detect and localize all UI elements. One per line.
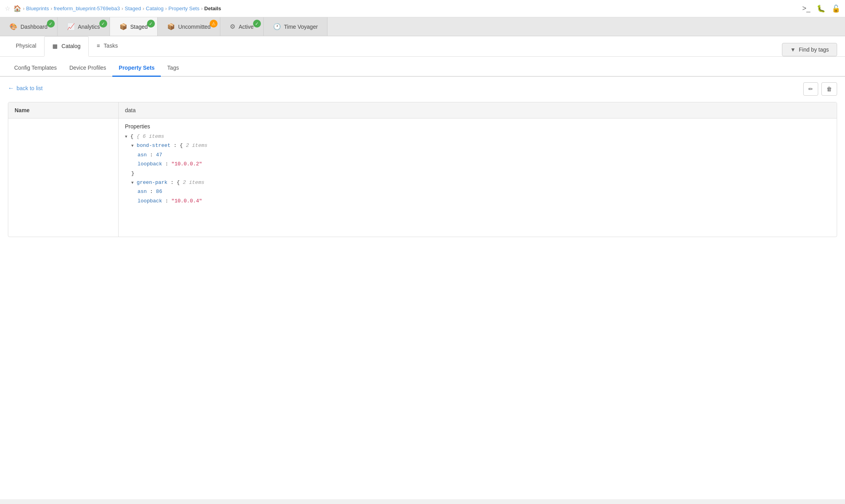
- tab-dashboard-label: Dashboard: [20, 24, 48, 30]
- col-header-data: data: [119, 102, 837, 118]
- bond-asn-key: asn: [138, 152, 147, 158]
- staged-badge: ✓: [147, 20, 155, 28]
- green-park-meta: 2 items: [183, 180, 205, 185]
- action-buttons: ✏ 🗑: [803, 82, 837, 96]
- breadcrumb: › Blueprints › freeform_blueprint-5769eb…: [23, 6, 221, 11]
- tab-uncommitted[interactable]: 📦 Uncommitted ⚠: [158, 17, 220, 36]
- tab-uncommitted-label: Uncommitted: [178, 24, 210, 30]
- bond-loopback-val: "10.0.0.2": [171, 161, 202, 167]
- breadcrumb-details: Details: [204, 6, 221, 11]
- breadcrumb-staged[interactable]: Staged: [125, 6, 141, 11]
- time-voyager-icon: 🕐: [273, 23, 281, 30]
- main-content: Physical ▦ Catalog ≡ Tasks ▼ Find by tag…: [0, 36, 845, 499]
- tab-time-voyager-label: Time Voyager: [284, 24, 318, 30]
- tab-tags[interactable]: Tags: [161, 60, 185, 77]
- bond-street-key: bond-street: [137, 143, 171, 148]
- json-bond-asn-line: asn : 47: [125, 150, 830, 159]
- tab-property-sets[interactable]: Property Sets: [112, 60, 161, 77]
- tab-active-label: Active: [238, 24, 253, 30]
- tab-staged[interactable]: 📦 Staged ✓: [110, 17, 158, 36]
- active-icon: ⚙: [230, 23, 235, 30]
- table-body: Properties ▼ { { 6 items ▼ bond-street :…: [8, 119, 837, 237]
- json-green-park-line: ▼ green-park : { 2 items: [125, 178, 830, 187]
- json-root-line: ▼ { { 6 items: [125, 132, 830, 141]
- star-icon[interactable]: ☆: [5, 5, 10, 12]
- json-bond-loopback-line: loopback : "10.0.0.2": [125, 159, 830, 169]
- tab-device-profiles[interactable]: Device Profiles: [63, 60, 112, 77]
- lock-icon[interactable]: 🔓: [832, 4, 840, 13]
- staged-icon: 📦: [119, 23, 127, 30]
- sub-nav-catalog[interactable]: ▦ Catalog: [44, 36, 89, 57]
- breadcrumb-catalog[interactable]: Catalog: [146, 6, 164, 11]
- dashboard-badge: ✓: [47, 20, 55, 28]
- green-asn-key: asn: [138, 189, 147, 195]
- tab-dashboard[interactable]: 🎨 Dashboard ✓: [0, 17, 58, 36]
- back-arrow-icon: ←: [8, 85, 14, 92]
- breadcrumb-blueprints[interactable]: Blueprints: [26, 6, 49, 11]
- green-park-triangle[interactable]: ▼: [131, 180, 134, 187]
- active-badge: ✓: [253, 20, 261, 28]
- edit-icon: ✏: [808, 86, 813, 92]
- breadcrumb-property-sets[interactable]: Property Sets: [168, 6, 199, 11]
- tab-time-voyager[interactable]: 🕐 Time Voyager: [264, 17, 328, 36]
- tab-active[interactable]: ⚙ Active ✓: [220, 17, 263, 36]
- find-by-tags-button[interactable]: ▼ Find by tags: [782, 43, 837, 56]
- root-triangle[interactable]: ▼: [125, 133, 127, 141]
- green-park-key: green-park: [137, 180, 168, 185]
- json-bond-close: }: [125, 169, 830, 178]
- delete-icon: 🗑: [826, 86, 832, 92]
- terminal-icon[interactable]: >_: [802, 4, 810, 13]
- catalog-icon: ▦: [52, 43, 58, 49]
- uncommitted-icon: 📦: [167, 23, 175, 30]
- edit-button[interactable]: ✏: [803, 82, 818, 96]
- sub-nav-tasks[interactable]: ≡ Tasks: [89, 36, 126, 56]
- breadcrumb-blueprint-id[interactable]: freeform_blueprint-5769eba3: [54, 6, 120, 11]
- bond-asn-val: 47: [156, 152, 162, 158]
- catalog-tabs: Config Templates Device Profiles Propert…: [0, 60, 845, 77]
- home-icon[interactable]: 🏠: [13, 5, 21, 12]
- green-asn-val: 86: [156, 189, 162, 195]
- root-meta: { 6 items: [136, 133, 164, 139]
- bond-street-meta: 2 items: [186, 143, 208, 148]
- col-header-name: Name: [8, 102, 119, 118]
- json-properties-section: Properties ▼ { { 6 items ▼ bond-street :…: [125, 123, 830, 206]
- analytics-icon: 📈: [67, 23, 75, 30]
- content-area: ← back to list ✏ 🗑 Name data: [0, 77, 845, 245]
- tab-config-templates[interactable]: Config Templates: [8, 60, 63, 77]
- bug-icon[interactable]: 🐛: [817, 4, 825, 13]
- bond-loopback-key: loopback: [138, 161, 162, 167]
- sub-navigation: Physical ▦ Catalog ≡ Tasks ▼ Find by tag…: [0, 36, 845, 57]
- sub-nav-physical[interactable]: Physical: [8, 36, 44, 56]
- tab-analytics-label: Analytics: [78, 24, 100, 30]
- json-green-loopback-line: loopback : "10.0.0.4": [125, 196, 830, 206]
- table-name-cell: [8, 119, 119, 237]
- top-bar-actions: >_ 🐛 🔓: [802, 4, 840, 13]
- green-loopback-key: loopback: [138, 198, 162, 204]
- filter-icon: ▼: [790, 46, 796, 53]
- uncommitted-badge: ⚠: [210, 20, 218, 28]
- top-bar: ☆ 🏠 › Blueprints › freeform_blueprint-57…: [0, 0, 845, 17]
- back-to-list-link[interactable]: ← back to list: [8, 85, 837, 92]
- sub-nav-right: ▼ Find by tags: [782, 43, 837, 56]
- details-table: Name data Properties ▼ { { 6 items: [8, 102, 837, 237]
- table-header: Name data: [8, 102, 837, 119]
- table-data-cell: Properties ▼ { { 6 items ▼ bond-street :…: [119, 119, 837, 237]
- analytics-badge: ✓: [99, 20, 107, 28]
- json-bond-street-line: ▼ bond-street : { 2 items: [125, 141, 830, 150]
- tab-staged-label: Staged: [130, 24, 148, 30]
- delete-button[interactable]: 🗑: [821, 82, 837, 96]
- json-properties-label: Properties: [125, 123, 830, 130]
- green-loopback-val: "10.0.0.4": [171, 198, 202, 204]
- json-green-asn-line: asn : 86: [125, 187, 830, 196]
- tab-analytics[interactable]: 📈 Analytics ✓: [58, 17, 110, 36]
- dashboard-icon: 🎨: [9, 23, 17, 30]
- main-tabs: 🎨 Dashboard ✓ 📈 Analytics ✓ 📦 Staged ✓ 📦…: [0, 17, 845, 36]
- bond-street-triangle[interactable]: ▼: [131, 143, 134, 150]
